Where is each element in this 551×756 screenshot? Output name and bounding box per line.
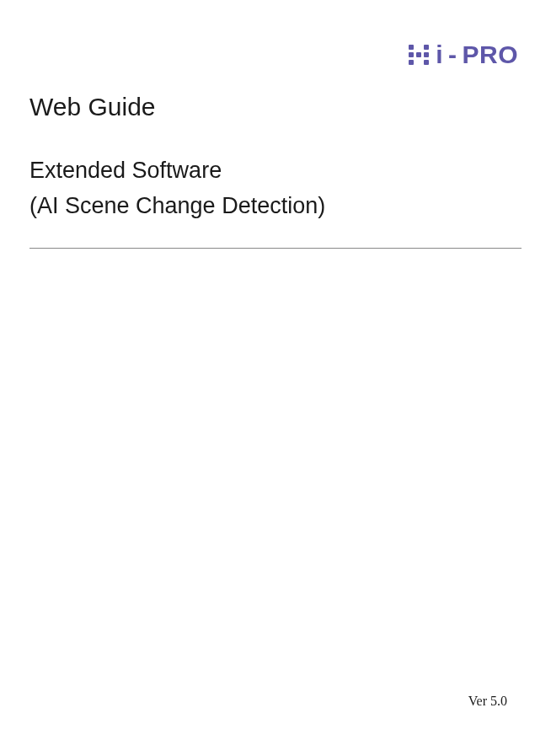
version-label: Ver 5.0 [468,694,507,709]
title-divider [29,248,522,249]
logo-text-pro: PRO [462,42,518,67]
brand-logo-container: i - PRO [29,42,522,67]
page-subtitle: Extended Software (AI Scene Change Detec… [29,153,522,224]
subtitle-line-2: (AI Scene Change Detection) [29,189,522,224]
logo-letter-i: i [436,42,443,67]
subtitle-line-1: Extended Software [29,153,522,189]
logo-dash: - [448,42,457,67]
brand-logo: i - PRO [409,42,518,67]
logo-dots-icon [409,45,429,65]
page-title: Web Guide [29,93,522,121]
